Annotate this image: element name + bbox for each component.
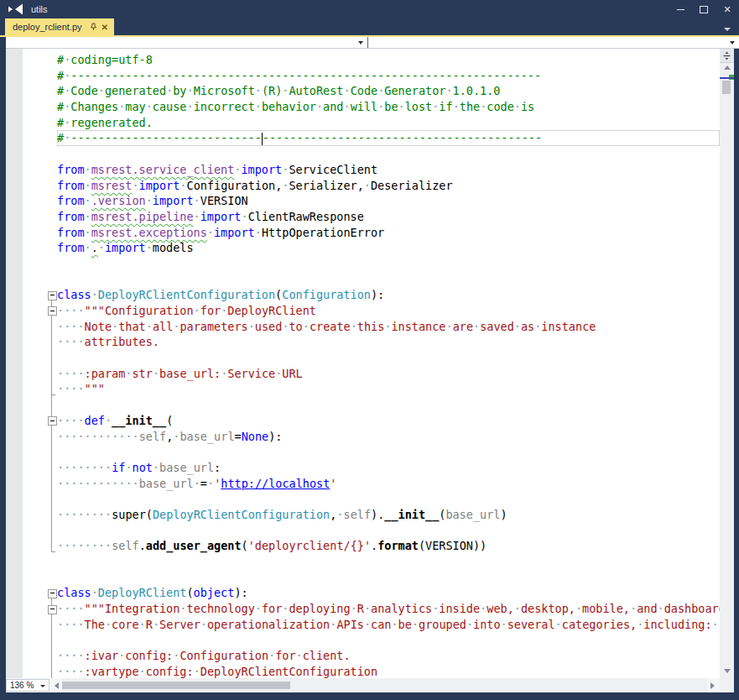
code-line[interactable]: ············base_url·=·'http://localhost… [57, 476, 720, 492]
tab-label: deploy_rclient.py [13, 22, 82, 32]
code-line[interactable]: ····:vartype·config:·DeployRClientConfig… [57, 664, 720, 678]
code-line[interactable]: from·msrest·import·Configuration,·Serial… [57, 178, 720, 194]
code-line[interactable]: ····Note·that·all·parameters·used·to·cre… [57, 319, 720, 335]
scroll-up-icon[interactable] [724, 65, 731, 70]
code-line[interactable]: #·coding=utf-8 [57, 52, 720, 68]
code-line[interactable] [57, 523, 720, 539]
code-line[interactable]: from·.version·import·VERSION [57, 193, 720, 209]
code-line[interactable] [57, 491, 720, 507]
code-line[interactable]: from·.·import·models [57, 240, 720, 256]
code-line[interactable]: class·DeployRClient(object): [57, 585, 720, 601]
code-line[interactable]: from·msrest.pipeline·import·ClientRawRes… [57, 209, 720, 225]
whitespace-dot: · [57, 320, 64, 333]
code-token: # [57, 69, 64, 82]
code-token: config: [146, 665, 194, 678]
code-line[interactable]: from·msrest.service_client·import·Servic… [57, 162, 720, 178]
code-line[interactable]: #·--------------------------------------… [57, 130, 720, 146]
code-token: that [118, 320, 146, 333]
whitespace-dot: · [139, 618, 146, 631]
whitespace-dot: · [57, 649, 64, 662]
visual-studio-logo-icon [8, 3, 24, 15]
code-line[interactable]: ····def·__init__( [57, 413, 720, 429]
code-token: mobile, [582, 602, 630, 615]
code-line[interactable]: #·--------------------------------------… [57, 68, 720, 84]
member-dropdown[interactable] [368, 37, 739, 48]
code-line[interactable] [57, 272, 720, 288]
editor-splitter-handle[interactable] [720, 49, 734, 63]
code-token: Code [70, 84, 98, 97]
code-line[interactable] [57, 570, 720, 586]
scroll-down-icon[interactable] [724, 669, 731, 673]
code-line[interactable]: ····:ivar·config:·Configuration·for·clie… [57, 648, 720, 664]
code-line[interactable]: #·Changes·may·cause·incorrect·behavior·a… [57, 99, 720, 115]
code-token: Generator [384, 84, 445, 97]
tab-deploy-rclient[interactable]: deploy_rclient.py ✕ [5, 18, 114, 35]
horizontal-scrollbar[interactable] [62, 678, 707, 692]
code-token: APIs [336, 618, 364, 631]
whitespace-dot: · [57, 367, 64, 380]
horizontal-scroll-thumb[interactable] [62, 682, 290, 689]
code-line[interactable]: #·Code·generated·by·Microsoft·(R)·AutoRe… [57, 83, 720, 99]
code-line[interactable]: ····"""Configuration·for·DeployRClient [57, 303, 720, 319]
code-line[interactable]: class·DeployRClientConfiguration(Configu… [57, 287, 720, 303]
code-token: client. [303, 649, 351, 662]
code-token: base_url [139, 477, 194, 490]
code-line[interactable]: ········if·not·base_url: [57, 460, 720, 476]
whitespace-dot: · [514, 320, 521, 333]
type-dropdown[interactable] [6, 37, 368, 48]
code-token: format [377, 539, 419, 552]
breakpoint-margin[interactable] [6, 49, 23, 678]
minimize-button[interactable] [669, 0, 692, 18]
maximize-button[interactable] [692, 0, 716, 18]
whitespace-dot: · [85, 430, 91, 443]
code-line[interactable]: #·regenerated. [57, 115, 720, 131]
scroll-left-icon[interactable] [55, 682, 59, 689]
code-line[interactable]: from·msrest.exceptions·import·HttpOperat… [57, 225, 720, 241]
chevron-down-icon [358, 41, 363, 44]
pin-icon[interactable] [90, 23, 97, 31]
zoom-level-dropdown[interactable]: 136 % [6, 679, 49, 692]
scroll-right-icon[interactable] [710, 682, 715, 689]
code-line[interactable] [57, 256, 720, 272]
code-line[interactable] [57, 350, 720, 366]
whitespace-dot: · [57, 618, 64, 631]
code-line[interactable]: ············self,·base_url=None): [57, 429, 720, 445]
vertical-scrollbar[interactable] [720, 49, 734, 678]
code-token: :vartype [85, 665, 139, 678]
code-token: import [153, 194, 194, 207]
code-line[interactable] [57, 397, 720, 413]
document-list-chevron-icon[interactable] [724, 28, 731, 31]
code-line[interactable]: ····""" [57, 381, 720, 397]
code-line[interactable]: ········self.add_user_agent('deployrclie… [57, 538, 720, 554]
code-token: coding=utf-8 [70, 53, 153, 66]
whitespace-dot: · [153, 461, 159, 474]
code-token: VERSION)) [425, 539, 487, 552]
code-line[interactable]: ····:param·str·base_url:·Service·URL [57, 366, 720, 382]
caret-position-marker [720, 77, 734, 79]
code-token: be [384, 100, 398, 113]
code-token: ---------------------------- [70, 131, 262, 144]
close-button[interactable]: ✕ [716, 0, 739, 18]
tab-close-icon[interactable]: ✕ [101, 23, 108, 32]
code-token: import [139, 179, 180, 192]
code-token: from [57, 210, 85, 223]
code-line[interactable]: ········super(DeployRClientConfiguration… [57, 507, 720, 523]
code-line[interactable] [57, 146, 720, 162]
code-token: is [521, 100, 534, 113]
code-token: import [241, 163, 282, 176]
code-token: DeployRClientConfiguration [200, 665, 377, 678]
code-token: ): [371, 288, 384, 301]
code-line[interactable] [57, 554, 720, 570]
code-line[interactable] [57, 632, 720, 648]
whitespace-dot: · [91, 461, 98, 474]
whitespace-dot: · [85, 163, 91, 176]
code-line[interactable]: ····attributes. [57, 334, 720, 350]
code-line[interactable]: ····"""Integration·technology·for·deploy… [57, 601, 720, 617]
vertical-scroll-thumb[interactable] [722, 81, 731, 94]
code-line[interactable] [57, 444, 720, 460]
code-lines: #·coding=utf-8#·------------------------… [47, 49, 720, 678]
code-token: instance [541, 320, 596, 333]
code-editor[interactable]: #·coding=utf-8#·------------------------… [47, 49, 720, 678]
code-line[interactable]: ····The·core·R·Server·operationalization… [57, 617, 720, 633]
status-bar [0, 692, 739, 700]
